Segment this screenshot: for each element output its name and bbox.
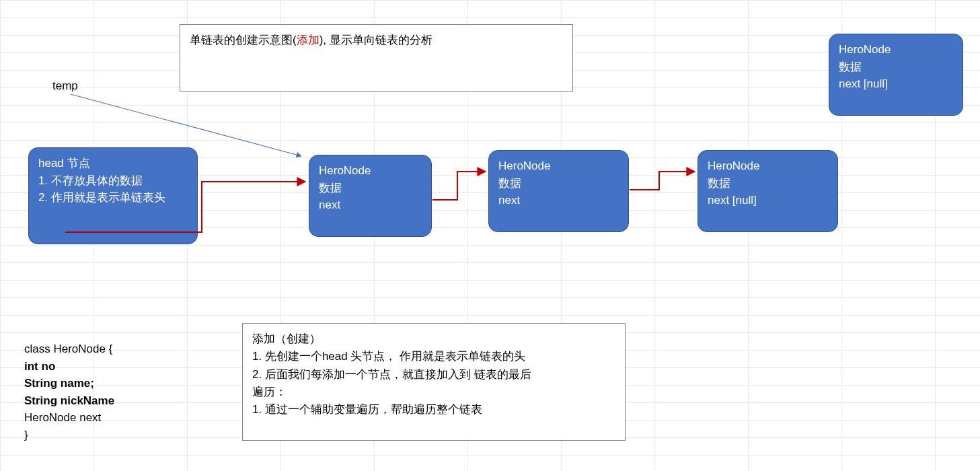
node-1-l3: next xyxy=(319,196,422,214)
node-1-l2: 数据 xyxy=(319,180,422,197)
node-2-l2: 数据 xyxy=(498,175,619,192)
node-floating-l2: 数据 xyxy=(839,59,953,76)
class-code-l4: String nickName xyxy=(24,392,114,410)
algo-l1: 添加（创建） xyxy=(252,330,615,348)
node-head: head 节点 1. 不存放具体的数据 2. 作用就是表示单链表头 xyxy=(28,147,198,244)
node-3-l3: next [null] xyxy=(708,192,828,209)
algo-l5: 1. 通过一个辅助变量遍历，帮助遍历整个链表 xyxy=(252,401,615,419)
temp-label: temp xyxy=(52,77,78,95)
class-code-l5: HeroNode next xyxy=(24,409,114,427)
node-floating-l1: HeroNode xyxy=(839,41,953,59)
algo-l3: 2. 后面我们每添加一个节点，就直接加入到 链表的最后 xyxy=(252,366,615,384)
node-head-l2: 1. 不存放具体的数据 xyxy=(38,172,188,190)
title-pre: 单链表的创建示意图( xyxy=(190,34,297,46)
arrow-n2-to-n3 xyxy=(630,172,695,190)
algorithm-box: 添加（创建） 1. 先创建一个head 头节点， 作用就是表示单链表的头 2. … xyxy=(242,323,626,441)
node-2-l1: HeroNode xyxy=(498,157,619,175)
node-1: HeroNode 数据 next xyxy=(309,155,432,237)
node-3-l1: HeroNode xyxy=(708,157,828,175)
class-code-l1: class HeroNode { xyxy=(24,340,114,358)
class-code-l3: String name; xyxy=(24,375,114,392)
node-floating-l3: next [null] xyxy=(839,75,953,93)
node-1-l1: HeroNode xyxy=(319,162,422,180)
node-3: HeroNode 数据 next [null] xyxy=(698,150,838,232)
class-code-l6: } xyxy=(24,427,114,444)
node-floating: HeroNode 数据 next [null] xyxy=(829,34,963,116)
title-post: ), 显示单向链表的分析 xyxy=(319,34,432,46)
algo-l2: 1. 先创建一个head 头节点， 作用就是表示单链表的头 xyxy=(252,348,615,365)
arrow-n1-to-n2 xyxy=(432,172,486,200)
node-2-l3: next xyxy=(498,192,619,209)
node-2: HeroNode 数据 next xyxy=(488,150,629,232)
title-highlight: 添加 xyxy=(297,34,319,46)
node-3-l2: 数据 xyxy=(708,175,828,192)
title-box: 单链表的创建示意图(添加), 显示单向链表的分析 xyxy=(180,24,573,92)
class-code-l2: int no xyxy=(24,358,114,375)
node-head-l3: 2. 作用就是表示单链表头 xyxy=(38,189,188,207)
algo-l4: 遍历： xyxy=(252,384,615,401)
class-code: class HeroNode { int no String name; Str… xyxy=(24,340,114,443)
node-head-l1: head 节点 xyxy=(38,155,188,172)
